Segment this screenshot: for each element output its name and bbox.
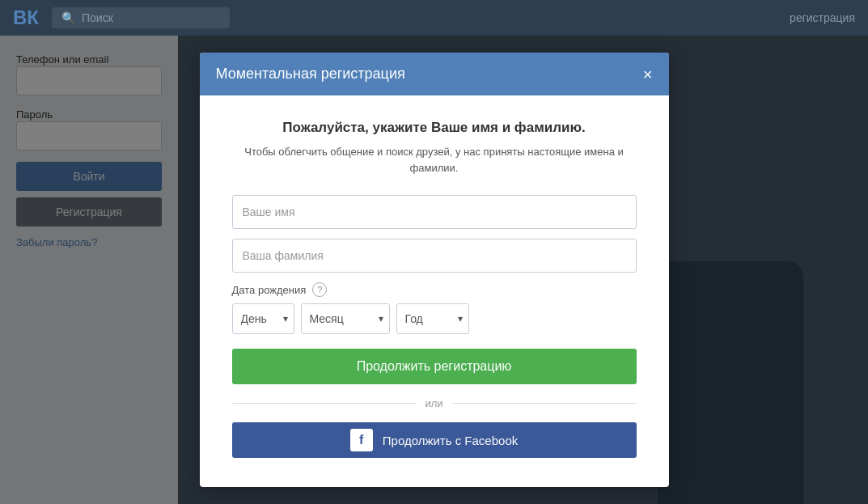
modal-header: Моментальная регистрация × (200, 53, 669, 95)
modal-overlay: Моментальная регистрация × Пожалуйста, у… (0, 36, 868, 504)
vk-logo: ВК (13, 6, 39, 29)
facebook-button-label: Продолжить с Facebook (383, 434, 518, 447)
month-select-wrapper: Месяц ▾ (301, 303, 390, 334)
first-name-input[interactable] (232, 195, 637, 229)
dob-help-icon[interactable]: ? (312, 282, 327, 297)
year-select-wrapper: Год ▾ (396, 303, 469, 334)
modal-sub-text: Чтобы облегчить общение и поиск друзей, … (232, 144, 637, 176)
top-navigation: ВК 🔍 Поиск регистрация (0, 0, 868, 36)
facebook-continue-button[interactable]: f Продолжить с Facebook (232, 422, 637, 458)
dob-section: Дата рождения ? День ▾ Месяц ▾ (232, 282, 637, 334)
search-bar[interactable]: 🔍 Поиск (52, 7, 230, 28)
nav-right: регистрация (790, 11, 855, 25)
registration-modal: Моментальная регистрация × Пожалуйста, у… (200, 53, 669, 487)
search-placeholder: Поиск (82, 11, 113, 24)
facebook-icon: f (350, 429, 373, 451)
nav-register-link[interactable]: регистрация (790, 11, 855, 24)
day-select-wrapper: День ▾ (232, 303, 294, 334)
or-line-right (451, 403, 637, 404)
modal-main-text: Пожалуйста, укажите Ваше имя и фамилию. (232, 120, 637, 136)
month-select[interactable]: Месяц (301, 303, 390, 334)
year-select[interactable]: Год (396, 303, 469, 334)
dob-label-row: Дата рождения ? (232, 282, 637, 297)
last-name-input[interactable] (232, 239, 637, 273)
modal-close-button[interactable]: × (643, 66, 653, 83)
modal-title: Моментальная регистрация (216, 66, 405, 83)
dob-selects: День ▾ Месяц ▾ Год ▾ (232, 303, 637, 334)
search-icon: 🔍 (61, 11, 75, 24)
day-select[interactable]: День (232, 303, 294, 334)
or-text: или (425, 397, 442, 409)
or-divider: или (232, 397, 637, 409)
or-line-left (232, 403, 417, 404)
dob-label: Дата рождения (232, 284, 307, 296)
modal-body: Пожалуйста, укажите Ваше имя и фамилию. … (200, 95, 669, 487)
continue-registration-button[interactable]: Продолжить регистрацию (232, 349, 637, 384)
